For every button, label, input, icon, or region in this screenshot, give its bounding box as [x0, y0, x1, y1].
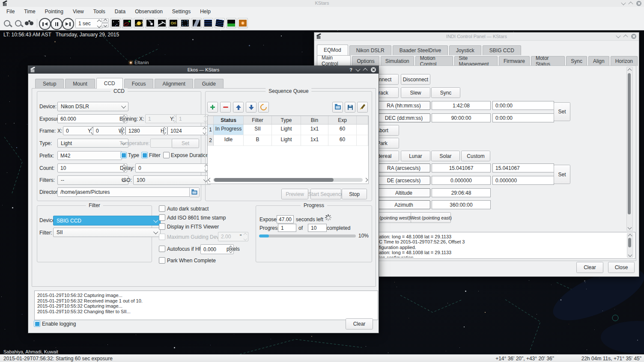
maximize-icon[interactable] [628, 2, 633, 6]
close-icon[interactable] [371, 67, 376, 72]
expose-duration-checkbox[interactable] [163, 152, 170, 158]
time-step-back-button[interactable] [39, 18, 51, 30]
solar-rate-button[interactable]: Solar [431, 151, 460, 161]
toggle-horizontal-grid-button[interactable] [215, 18, 225, 28]
table-row[interactable]: 2 Idle B Light 1x1 60 [208, 135, 368, 146]
job-type-cell[interactable]: Light [272, 135, 301, 146]
job-status-cell[interactable]: Idle [214, 135, 244, 146]
bin-column-header[interactable]: Bin [301, 116, 328, 124]
save-sequence-button[interactable] [345, 102, 355, 113]
menu-settings[interactable]: Settings [167, 9, 195, 15]
filter-column-header[interactable]: Filter [244, 116, 272, 124]
enable-logging-checkbox[interactable] [34, 320, 40, 327]
add-job-button[interactable] [207, 102, 218, 113]
frame-h-input[interactable]: 1024 [167, 126, 208, 135]
type-column-header[interactable]: Type [272, 116, 301, 124]
close-icon[interactable] [636, 1, 641, 6]
custom-rate-button[interactable]: Custom [461, 151, 490, 161]
menu-help[interactable]: Help [195, 9, 215, 15]
browse-directory-button[interactable] [189, 187, 200, 197]
coord-set-button[interactable]: Set [554, 102, 570, 121]
toggle-constellation-lines-button[interactable] [157, 18, 167, 28]
rate-set-button[interactable]: Set [554, 165, 570, 184]
toggle-milky-way-button[interactable] [191, 18, 202, 28]
filter-device-select[interactable]: SBIG CCD [53, 216, 161, 226]
slew-button[interactable]: Slew [401, 87, 430, 98]
indi-close-button[interactable]: Close [608, 262, 635, 273]
job-status-cell[interactable]: In Progress [214, 125, 244, 135]
toggle-planets-button[interactable] [134, 18, 144, 28]
job-filter-cell[interactable]: SII [244, 125, 272, 135]
job-exp-cell[interactable]: 60 [328, 125, 357, 135]
ekos-titlebar[interactable]: Ekos — KStars ? [28, 66, 379, 74]
toggle-constellation-names-button[interactable]: Ori [168, 18, 179, 28]
move-job-up-button[interactable] [233, 102, 244, 113]
tab-focus[interactable]: Focus [124, 79, 154, 89]
tab-site-management[interactable]: Site Management [454, 56, 498, 66]
stop-button[interactable]: Stop [342, 189, 367, 199]
tab-alignment[interactable]: Alignment [155, 79, 193, 89]
de-rate-input[interactable]: 0.000000 [492, 176, 554, 185]
tab-horizon[interactable]: Horizon [611, 56, 638, 66]
prefix-input[interactable]: M42 [57, 151, 122, 160]
find-object-icon[interactable] [25, 21, 34, 26]
table-row[interactable]: 1 In Progress SII Light 1x1 60 [208, 125, 368, 135]
tab-setup[interactable]: Setup [35, 79, 64, 89]
toggle-ground-button[interactable] [226, 18, 236, 28]
tab-sbig-ccd[interactable]: SBIG CCD [483, 45, 521, 55]
indi-log-scrollbar[interactable] [627, 233, 633, 258]
tab-guide[interactable]: Guide [194, 79, 224, 89]
status-column-header[interactable]: Status [214, 116, 244, 124]
indi-titlebar[interactable]: INDI Control Panel — KStars [314, 33, 639, 41]
step-up-icon[interactable] [101, 18, 109, 23]
tab-firmware[interactable]: Firmware [499, 56, 530, 66]
time-step-stepper[interactable] [101, 18, 109, 27]
menu-file[interactable]: File [2, 9, 19, 15]
sync-button[interactable]: Sync [431, 87, 460, 98]
tab-nikon-dslr[interactable]: Nikon DSLR [349, 45, 391, 55]
open-sequence-button[interactable] [332, 102, 343, 113]
ccd-device-select[interactable]: Nikon DSLR [57, 102, 128, 111]
iso-select[interactable]: 100 [133, 175, 211, 185]
tab-sync[interactable]: Sync [566, 56, 587, 66]
iso8601-timestamp-checkbox[interactable] [159, 214, 165, 221]
maximize-icon[interactable] [363, 68, 367, 73]
tab-align[interactable]: Align [588, 56, 609, 66]
indi-clear-button[interactable]: Clear [576, 262, 603, 273]
job-bin-cell[interactable]: 1x1 [301, 135, 328, 146]
minimize-icon[interactable] [621, 0, 626, 5]
frame-type-select[interactable]: Light [57, 139, 128, 148]
minimize-icon[interactable] [616, 33, 620, 38]
tab-ccd[interactable]: CCD [96, 78, 123, 89]
filters-select[interactable]: -- [57, 175, 128, 185]
count-input[interactable]: 10 [57, 163, 127, 172]
lunar-rate-button[interactable]: Lunar [401, 151, 430, 161]
job-filter-cell[interactable]: B [244, 135, 272, 146]
toggle-constellation-boundaries-button[interactable] [180, 18, 190, 28]
indi-vertical-scrollbar[interactable] [626, 67, 633, 231]
remove-job-button[interactable] [220, 102, 231, 113]
tab-joystick[interactable]: Joystick [449, 45, 481, 55]
filter-checkbox[interactable] [141, 152, 148, 158]
dec-input[interactable]: 0:00:00 [492, 113, 554, 122]
toggle-comets-button[interactable] [145, 18, 155, 28]
reset-queue-button[interactable] [258, 102, 269, 113]
type-checkbox[interactable] [120, 152, 127, 158]
disconnect-button[interactable]: Disconnect [401, 74, 430, 85]
job-type-cell[interactable]: Light [272, 125, 301, 135]
zoom-out-icon[interactable] [15, 20, 21, 27]
menu-observation[interactable]: Observation [130, 9, 167, 15]
zoom-in-icon[interactable] [4, 20, 10, 27]
step-down-icon[interactable] [101, 23, 109, 27]
table-horizontal-scrollbar[interactable] [209, 177, 367, 183]
move-job-down-button[interactable] [246, 102, 256, 113]
help-icon[interactable]: ? [349, 67, 352, 72]
ekos-log-view[interactable]: 2015-01-29T10:56:32 Capturing image... 2… [34, 291, 378, 320]
maximize-icon[interactable] [623, 35, 628, 39]
menu-time[interactable]: Time [19, 9, 40, 15]
park-when-complete-checkbox[interactable] [159, 257, 165, 264]
tab-motion-control[interactable]: Motion Control [415, 56, 453, 66]
fits-viewer-checkbox[interactable] [159, 223, 165, 230]
ra-rate-input[interactable]: 15.041067 [492, 163, 554, 172]
pause-time-button[interactable] [51, 18, 63, 30]
